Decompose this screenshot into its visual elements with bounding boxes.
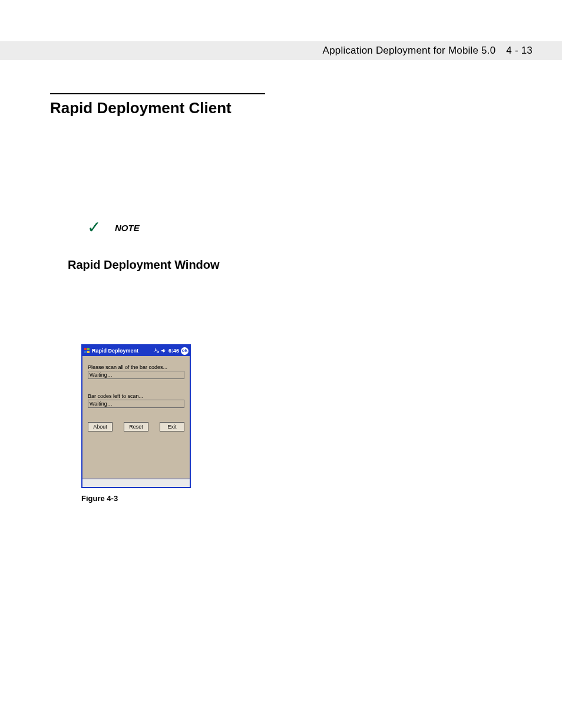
page-number: 4 - 13 — [506, 45, 533, 57]
scan-all-label: Please scan all of the bar codes... — [88, 364, 184, 370]
connectivity-icon — [153, 348, 159, 354]
barcodes-left-value: Waiting… — [88, 400, 184, 408]
device-screenshot: Rapid Deployment 6:46 ok Please scan all… — [81, 344, 191, 488]
svg-rect-3 — [87, 351, 90, 353]
subsection-heading: Rapid Deployment Window — [68, 258, 220, 272]
device-client-area: Please scan all of the bar codes... Wait… — [82, 356, 190, 431]
checkmark-icon: ✓ — [87, 219, 101, 236]
svg-rect-2 — [84, 351, 87, 353]
svg-rect-0 — [84, 348, 87, 350]
volume-icon — [161, 348, 167, 354]
reset-button[interactable]: Reset — [124, 422, 148, 431]
section-divider — [50, 93, 265, 94]
note-label: NOTE — [115, 223, 140, 233]
device-bottom-bar — [82, 479, 190, 487]
device-button-row: About Reset Exit — [88, 422, 184, 431]
figure-caption: Figure 4-3 — [81, 494, 118, 503]
device-clock: 6:46 — [168, 348, 179, 354]
svg-rect-1 — [87, 348, 90, 350]
page: Application Deployment for Mobile 5.0 4 … — [0, 0, 562, 728]
barcodes-left-label: Bar codes left to scan... — [88, 393, 184, 399]
exit-button[interactable]: Exit — [160, 422, 184, 431]
windows-flag-icon — [84, 347, 91, 354]
svg-marker-4 — [161, 349, 164, 353]
about-button[interactable]: About — [88, 422, 113, 431]
ok-button[interactable]: ok — [181, 347, 189, 355]
header-title: Application Deployment for Mobile 5.0 — [323, 45, 496, 57]
scan-all-value: Waiting… — [88, 371, 184, 379]
status-icons: 6:46 ok — [153, 347, 189, 355]
page-header: Application Deployment for Mobile 5.0 4 … — [0, 41, 562, 60]
device-titlebar: Rapid Deployment 6:46 ok — [82, 345, 190, 356]
section-heading: Rapid Deployment Client — [50, 99, 232, 117]
device-title: Rapid Deployment — [92, 348, 138, 354]
note-block: ✓ NOTE — [87, 219, 140, 236]
